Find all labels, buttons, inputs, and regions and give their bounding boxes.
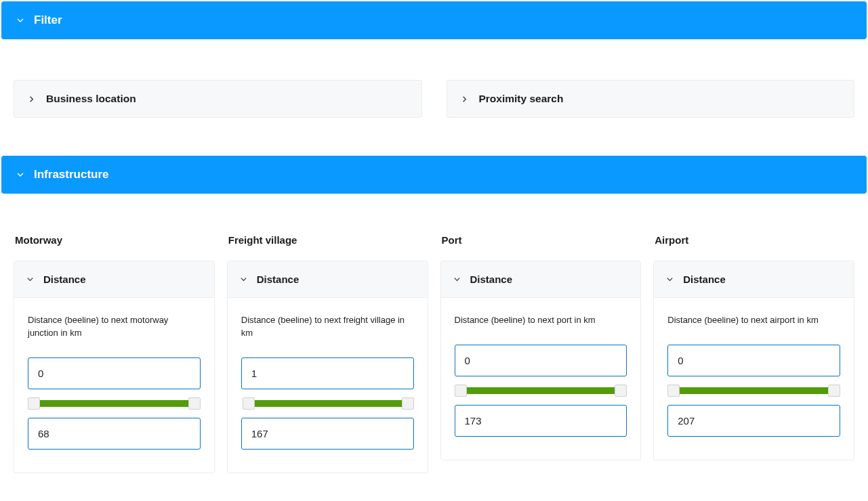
slider-thumb-min[interactable] (243, 397, 255, 410)
business-location-card[interactable]: Business location (14, 80, 422, 118)
motorway-min-input[interactable] (28, 357, 201, 389)
slider-thumb-min[interactable] (28, 397, 40, 410)
motorway-title: Motorway (14, 234, 215, 246)
motorway-column: Motorway Distance Distance (beeline) to … (14, 234, 215, 473)
port-column: Port Distance Distance (beeline) to next… (440, 234, 642, 473)
port-desc: Distance (beeline) to next port in km (455, 314, 627, 327)
freight-distance-label: Distance (257, 274, 299, 285)
slider-track (244, 400, 414, 407)
port-slider[interactable] (455, 385, 627, 397)
infrastructure-panel-header[interactable]: Infrastructure (1, 156, 867, 194)
filter-subpanels: Business location Proximity search (1, 39, 867, 156)
freight-max-input[interactable] (241, 418, 414, 450)
airport-desc: Distance (beeline) to next airport in km (667, 314, 840, 327)
infrastructure-title: Infrastructure (34, 168, 109, 181)
chevron-right-icon (459, 94, 470, 104)
chevron-down-icon (665, 274, 675, 284)
motorway-distance-label: Distance (43, 274, 86, 285)
slider-track (667, 387, 840, 394)
airport-min-input[interactable] (667, 345, 840, 376)
chevron-down-icon (239, 274, 249, 284)
airport-column: Airport Distance Distance (beeline) to n… (653, 234, 854, 473)
chevron-down-icon (15, 169, 26, 180)
freight-column: Freight village Distance Distance (beeli… (227, 234, 428, 473)
filter-panel-header[interactable]: Filter (1, 1, 867, 39)
motorway-slider[interactable] (28, 397, 201, 410)
freight-title: Freight village (227, 234, 428, 246)
freight-card: Distance Distance (beeline) to next frei… (227, 261, 428, 473)
infrastructure-grid: Motorway Distance Distance (beeline) to … (1, 194, 867, 473)
proximity-search-label: Proximity search (479, 93, 564, 105)
freight-desc: Distance (beeline) to next freight villa… (241, 314, 414, 340)
freight-min-input[interactable] (241, 357, 414, 389)
business-location-label: Business location (46, 93, 136, 105)
airport-distance-header[interactable]: Distance (654, 261, 854, 298)
chevron-down-icon (25, 274, 35, 284)
slider-thumb-max[interactable] (615, 385, 627, 397)
freight-distance-header[interactable]: Distance (228, 261, 428, 298)
port-min-input[interactable] (455, 345, 627, 376)
port-card: Distance Distance (beeline) to next port… (440, 261, 642, 460)
filter-title: Filter (34, 14, 62, 27)
port-title: Port (440, 234, 642, 246)
slider-thumb-max[interactable] (188, 397, 201, 410)
motorway-card: Distance Distance (beeline) to next moto… (14, 261, 215, 473)
slider-track (455, 387, 627, 394)
slider-track (28, 400, 201, 407)
slider-thumb-max[interactable] (402, 397, 414, 410)
motorway-max-input[interactable] (28, 418, 201, 450)
slider-thumb-min[interactable] (455, 385, 467, 397)
chevron-down-icon (452, 274, 462, 284)
motorway-distance-header[interactable]: Distance (14, 261, 214, 298)
port-distance-header[interactable]: Distance (441, 261, 641, 298)
chevron-down-icon (15, 15, 26, 26)
airport-card: Distance Distance (beeline) to next airp… (653, 261, 854, 460)
airport-max-input[interactable] (667, 405, 840, 437)
freight-slider[interactable] (241, 397, 414, 410)
chevron-right-icon (26, 94, 37, 104)
airport-title: Airport (653, 234, 854, 246)
port-max-input[interactable] (455, 405, 627, 437)
slider-thumb-min[interactable] (667, 385, 680, 397)
slider-thumb-max[interactable] (828, 385, 840, 397)
proximity-search-card[interactable]: Proximity search (447, 80, 855, 118)
motorway-desc: Distance (beeline) to next motorway junc… (28, 314, 201, 340)
port-distance-label: Distance (470, 274, 513, 285)
airport-distance-label: Distance (683, 274, 726, 285)
airport-slider[interactable] (667, 385, 840, 397)
